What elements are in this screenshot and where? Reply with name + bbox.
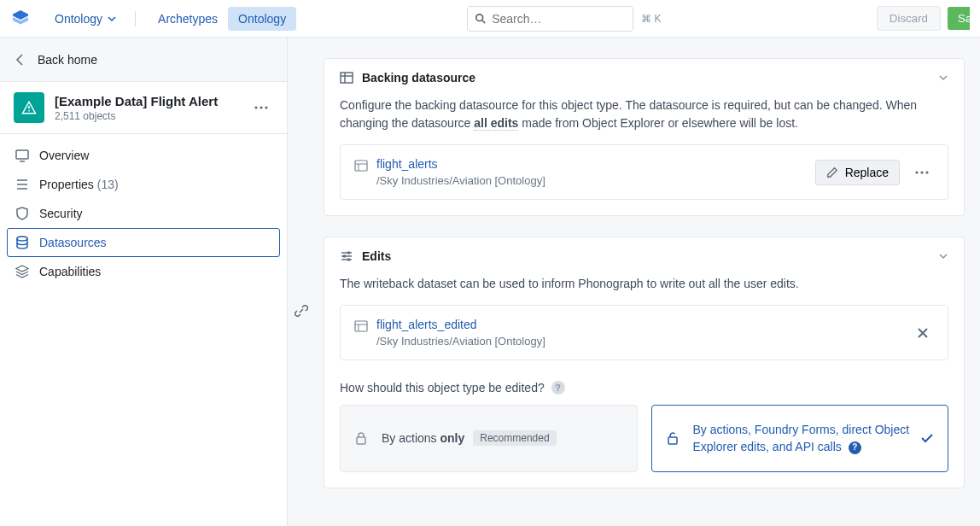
tab-ontology[interactable]: Ontology: [228, 7, 296, 31]
lock-icon: [354, 431, 368, 445]
topbar: Ontology Archetypes Ontology ⌘ K Discard…: [0, 0, 980, 38]
arrow-left-icon: [14, 53, 27, 67]
remove-writeback-button[interactable]: [912, 322, 934, 344]
more-horizontal-icon: [254, 106, 268, 109]
nav-dropdown[interactable]: Ontology: [48, 7, 123, 31]
nav-dropdown-label: Ontology: [55, 12, 102, 26]
layers-icon: [15, 265, 29, 278]
back-home-link[interactable]: Back home: [0, 38, 287, 82]
monitor-icon: [15, 149, 29, 162]
panel-edits: Edits The writeback dataset can be used …: [324, 237, 965, 488]
sidebar-label: Datasources: [39, 236, 107, 249]
table-icon: [340, 71, 353, 85]
entity-icon: [14, 92, 44, 123]
sidebar-item-datasources[interactable]: Datasources: [7, 228, 280, 257]
search-icon: [475, 13, 487, 25]
sidebar: Back home [Example Data] Flight Alert 2,…: [0, 38, 288, 526]
pencil-icon: [826, 167, 838, 178]
svg-rect-5: [16, 150, 28, 159]
alert-icon: [21, 100, 37, 115]
sidebar-item-overview[interactable]: Overview: [7, 141, 280, 170]
svg-point-17: [915, 171, 918, 173]
sliders-icon: [340, 249, 353, 263]
search-input-wrap[interactable]: ⌘ K: [467, 6, 633, 32]
entity-text: [Example Data] Flight Alert 2,511 object…: [55, 94, 249, 122]
more-horizontal-icon: [915, 171, 929, 174]
svg-point-19: [925, 171, 928, 173]
svg-point-4: [265, 106, 267, 108]
sidebar-item-security[interactable]: Security: [7, 199, 280, 228]
dataset-icon: [354, 319, 368, 333]
entity-subtitle: 2,511 objects: [55, 110, 249, 122]
unlock-icon: [666, 431, 680, 445]
svg-point-10: [17, 237, 27, 241]
panel-header[interactable]: Backing datasource: [324, 59, 964, 96]
datasource-name[interactable]: flight_alerts_edited: [376, 318, 545, 331]
svg-rect-14: [355, 161, 367, 171]
panel-backing-datasource: Backing datasource Configure the backing…: [324, 58, 965, 216]
list-icon: [15, 178, 29, 191]
svg-rect-11: [341, 73, 353, 83]
edit-option-actions-only[interactable]: By actions only Recommended: [340, 405, 638, 472]
datasource-path: /Sky Industries/Aviation [Ontology]: [376, 335, 545, 348]
panel-title: Backing datasource: [362, 71, 475, 85]
writeback-datasource-card: flight_alerts_edited /Sky Industries/Avi…: [340, 305, 948, 360]
save-button[interactable]: Save: [948, 7, 970, 30]
svg-rect-23: [347, 252, 350, 254]
option-label: By actions, Foundry Forms, direct Object…: [693, 421, 921, 456]
entity-more-button[interactable]: [249, 101, 273, 114]
svg-rect-24: [343, 255, 346, 258]
panel-header[interactable]: Edits: [324, 237, 964, 275]
datasource-path: /Sky Industries/Aviation [Ontology]: [376, 174, 545, 187]
back-home-label: Back home: [38, 53, 97, 67]
search-input[interactable]: [492, 12, 641, 26]
separator: [135, 11, 136, 26]
svg-point-3: [260, 106, 262, 108]
svg-rect-25: [347, 259, 350, 261]
link-icon: [295, 304, 308, 318]
check-icon: [920, 431, 934, 445]
svg-rect-30: [668, 437, 677, 444]
database-icon: [15, 236, 29, 249]
sidebar-item-capabilities[interactable]: Capabilities: [7, 257, 280, 286]
sidebar-label: Properties: [39, 178, 94, 191]
svg-line-1: [482, 20, 486, 23]
main-panel: Backing datasource Configure the backing…: [288, 38, 980, 526]
panel-description: Configure the backing datasource for thi…: [340, 96, 948, 132]
recommended-badge: Recommended: [473, 430, 556, 446]
help-icon[interactable]: ?: [849, 441, 861, 454]
panel-title: Edits: [362, 249, 391, 263]
option-label: By actions only: [382, 430, 464, 447]
discard-button[interactable]: Discard: [877, 6, 941, 31]
svg-rect-26: [355, 321, 367, 331]
replace-button[interactable]: Replace: [815, 160, 900, 185]
svg-point-18: [920, 171, 923, 173]
edit-mode-question: How should this object type be edited? ?: [340, 381, 948, 394]
sidebar-item-properties[interactable]: Properties (13): [7, 170, 280, 199]
search-shortcut: ⌘ K: [641, 13, 661, 25]
chevron-down-icon: [938, 73, 948, 83]
chevron-down-icon: [938, 251, 948, 261]
panel-description: The writeback dataset can be used to inf…: [340, 275, 948, 293]
svg-point-0: [476, 14, 483, 20]
shield-icon: [15, 207, 29, 220]
datasource-card: flight_alerts /Sky Industries/Aviation […: [340, 144, 948, 200]
sidebar-label: Capabilities: [39, 265, 101, 278]
link-rail-button[interactable]: [295, 304, 308, 318]
sidebar-label: Security: [39, 207, 83, 220]
app-logo-icon[interactable]: [10, 9, 31, 29]
sidebar-label: Overview: [39, 149, 89, 162]
tab-archetypes[interactable]: Archetypes: [148, 7, 228, 31]
edit-mode-options: By actions only Recommended By actions, …: [340, 405, 948, 472]
chevron-down-icon: [108, 15, 116, 23]
close-icon: [917, 327, 929, 339]
entity-title: [Example Data] Flight Alert: [55, 94, 249, 108]
help-icon[interactable]: ?: [551, 381, 565, 394]
svg-point-2: [254, 106, 257, 108]
entity-header: [Example Data] Flight Alert 2,511 object…: [0, 82, 287, 134]
dataset-icon: [354, 159, 368, 172]
sidebar-nav: Overview Properties (13) Security Dataso…: [0, 134, 287, 293]
datasource-more-button[interactable]: [910, 166, 934, 179]
datasource-name[interactable]: flight_alerts: [376, 157, 545, 171]
edit-option-all[interactable]: By actions, Foundry Forms, direct Object…: [651, 405, 949, 472]
